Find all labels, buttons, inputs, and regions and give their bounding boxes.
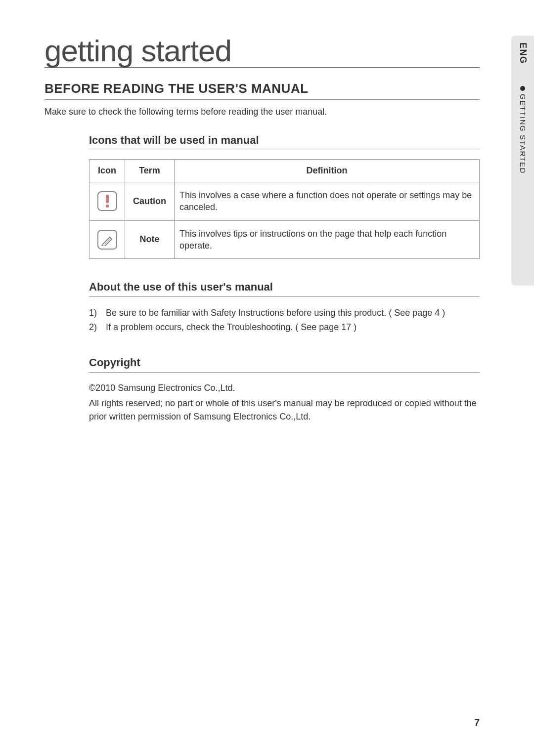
icons-table: Icon Term Definition Cauti: [89, 159, 480, 259]
copyright-line2: All rights reserved; no part or whole of…: [89, 397, 480, 423]
definition-cell: This involves a case where a function do…: [175, 182, 480, 221]
icons-table-wrap: Icon Term Definition Cauti: [89, 159, 480, 259]
term-cell: Note: [125, 220, 175, 259]
page-content: getting started BEFORE READING THE USER'…: [0, 0, 534, 756]
term-cell: Caution: [125, 182, 175, 221]
th-icon: Icon: [89, 160, 125, 182]
list-text: Be sure to be familiar with Safety Instr…: [106, 306, 445, 320]
table-row: Note This involves tips or instructions …: [89, 220, 480, 259]
list-item: 2) If a problem occurs, check the Troubl…: [89, 320, 480, 335]
page-title: getting started: [44, 36, 480, 68]
icons-subheading: Icons that will be used in manual: [89, 134, 480, 150]
copyright-block: ©2010 Samsung Electronics Co.,Ltd. All r…: [89, 381, 480, 423]
list-number: 1): [89, 306, 101, 320]
section-heading: BEFORE READING THE USER'S MANUAL: [44, 81, 480, 100]
svg-rect-1: [106, 205, 109, 208]
page-number: 7: [474, 717, 480, 728]
caution-icon: [97, 191, 117, 211]
intro-text: Make sure to check the following terms b…: [44, 107, 480, 117]
svg-rect-0: [106, 195, 109, 203]
copyright-line1: ©2010 Samsung Electronics Co.,Ltd.: [89, 381, 480, 395]
about-subheading: About the use of this user's manual: [89, 281, 480, 297]
th-definition: Definition: [175, 160, 480, 182]
copyright-subheading: Copyright: [89, 356, 480, 373]
table-header-row: Icon Term Definition: [89, 160, 480, 182]
about-list: 1) Be sure to be familiar with Safety In…: [89, 306, 480, 335]
table-row: Caution This involves a case where a fun…: [89, 182, 480, 221]
list-text: If a problem occurs, check the Troublesh…: [106, 320, 356, 335]
note-icon: [97, 230, 117, 250]
list-number: 2): [89, 320, 101, 335]
list-item: 1) Be sure to be familiar with Safety In…: [89, 306, 480, 320]
definition-cell: This involves tips or instructions on th…: [175, 220, 480, 259]
icon-cell: [89, 220, 125, 259]
icon-cell: [89, 182, 125, 221]
th-term: Term: [125, 160, 175, 182]
